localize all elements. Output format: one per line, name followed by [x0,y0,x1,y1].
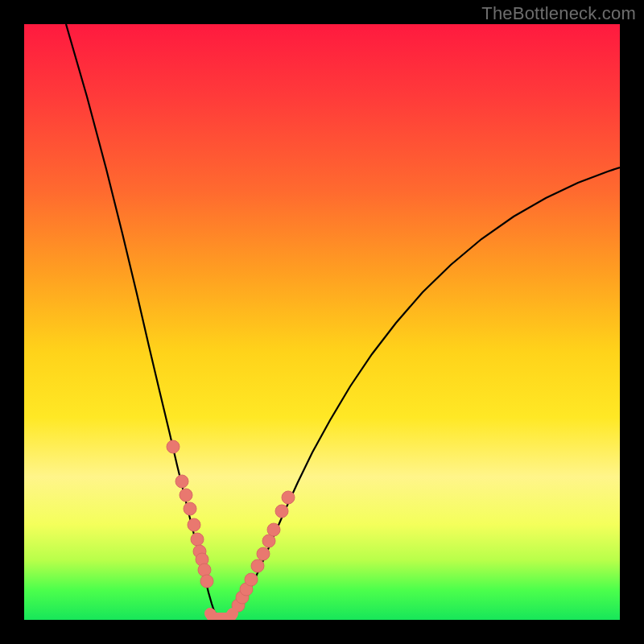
watermark-text: TheBottleneck.com [481,3,636,24]
chart-svg [24,24,620,620]
data-point [267,523,280,536]
chart-frame: TheBottleneck.com [0,0,644,644]
data-point [257,547,270,560]
bottleneck-curve [66,24,620,618]
data-point [175,475,188,488]
left-dot-cluster [167,440,213,588]
data-point [200,575,213,588]
data-point [198,564,211,576]
data-point [282,491,295,504]
data-point [180,489,192,502]
right-dot-cluster [232,491,295,612]
data-point [167,440,180,453]
data-point [251,559,264,572]
plot-area [24,24,620,620]
data-point [191,533,204,546]
valley-bracket [210,613,233,618]
data-point [245,573,258,586]
data-point [275,505,288,518]
data-point [188,518,200,531]
data-point [184,502,196,515]
